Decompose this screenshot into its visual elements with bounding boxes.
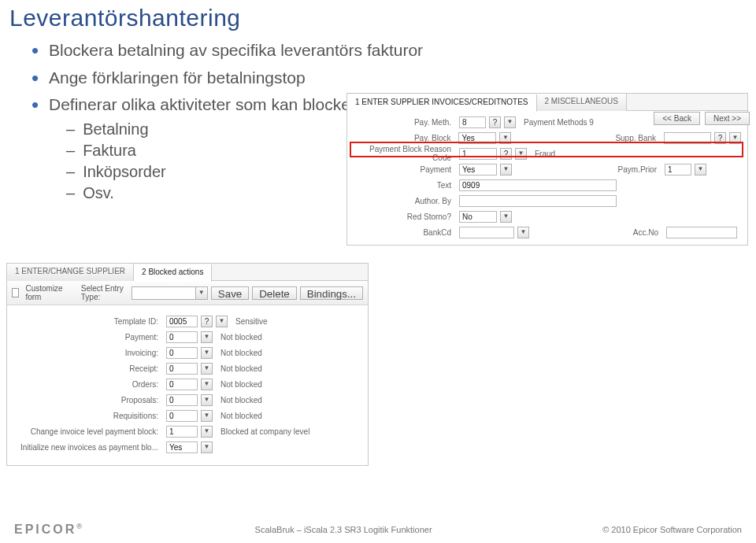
bankcd-label: BankCd (354, 228, 456, 237)
orders-field[interactable] (166, 379, 198, 390)
tab-enter-invoices[interactable]: 1 ENTER SUPPLIER INVOICES/CREDITNOTES (347, 94, 537, 112)
init-inv-field[interactable] (166, 441, 198, 453)
orders-desc: Not blocked (220, 380, 262, 389)
chevron-down-icon[interactable]: ▼ (201, 331, 213, 343)
chevron-down-icon[interactable]: ▼ (500, 211, 512, 223)
receipt-desc: Not blocked (220, 364, 262, 373)
pbrc-label: Payment Block Reason Code (354, 145, 456, 162)
pay-meth-field[interactable] (459, 116, 486, 128)
payment-field[interactable] (459, 164, 497, 175)
chevron-down-icon[interactable]: ▼ (517, 227, 529, 238)
epicor-logo: EPICOR® (14, 523, 84, 537)
help-icon[interactable]: ? (714, 132, 726, 144)
orders-label: Orders: (13, 380, 163, 389)
help-icon[interactable]: ? (500, 148, 512, 160)
page-title: Leverantörshantering (0, 0, 756, 35)
footer: EPICOR® ScalaBruk – iScala 2.3 SR3 Logit… (0, 519, 756, 543)
payment-desc: Not blocked (220, 333, 262, 342)
template-desc: Sensitive (235, 317, 268, 326)
chevron-down-icon[interactable]: ▼ (201, 426, 213, 438)
tab-enter-change-supplier[interactable]: 1 ENTER/CHANGE SUPPLIER (7, 264, 134, 281)
author-field[interactable] (459, 195, 617, 207)
pay-meth-desc: Payment Methods 9 (524, 118, 594, 127)
pbrc-desc: Fraud (535, 150, 555, 158)
chevron-down-icon[interactable]: ▼ (500, 164, 512, 175)
chevron-down-icon[interactable]: ▼ (201, 363, 213, 375)
next-button[interactable]: Next >> (705, 112, 750, 125)
proposals-field[interactable] (166, 394, 198, 406)
nav-buttons: << Back Next >> (654, 112, 750, 125)
pay-block-field[interactable] (458, 132, 496, 144)
change-inv-label: Change invoice level payment block: (13, 427, 163, 436)
chevron-down-icon[interactable]: ▼ (201, 394, 213, 406)
paym-prior-label: Paym.Prior (610, 165, 662, 174)
change-inv-desc: Blocked at company level (220, 427, 309, 436)
pay-meth-label: Pay. Meth. (354, 118, 456, 127)
invoicing-label: Invoicing: (13, 349, 163, 357)
select-entry-label: Select Entry Type: (81, 284, 128, 301)
payment-label: Payment: (13, 333, 163, 342)
customize-form-label: Customize form (25, 284, 66, 301)
help-icon[interactable]: ? (201, 316, 213, 327)
requisitions-field[interactable] (166, 410, 198, 422)
supplier-panel: 1 ENTER/CHANGE SUPPLIER 2 Blocked action… (6, 263, 369, 466)
proposals-label: Proposals: (13, 396, 163, 404)
chevron-down-icon[interactable]: ▼ (499, 132, 511, 144)
footer-right: © 2010 Epicor Software Corporation (602, 525, 742, 534)
chevron-down-icon[interactable]: ▼ (201, 379, 213, 390)
bullet-1: Blockera betalning av specifika leverant… (32, 38, 756, 64)
pbrc-field[interactable] (459, 148, 497, 160)
invoicing-field[interactable] (166, 347, 198, 359)
tab-miscellaneous[interactable]: 2 MISCELLANEOUS (537, 94, 627, 111)
invoicing-desc: Not blocked (220, 349, 262, 357)
chevron-down-icon[interactable]: ▼ (695, 164, 706, 175)
template-id-field[interactable] (166, 316, 198, 327)
bindings-button[interactable]: Bindings... (300, 286, 363, 300)
delete-button[interactable]: Delete (252, 286, 297, 300)
receipt-label: Receipt: (13, 364, 163, 373)
template-id-label: Template ID: (13, 317, 163, 326)
paym-prior-field[interactable] (665, 164, 691, 175)
chevron-down-icon[interactable]: ▼ (515, 148, 527, 160)
footer-center: ScalaBruk – iScala 2.3 SR3 Logitik Funkt… (255, 525, 432, 534)
accno-field[interactable] (666, 227, 737, 238)
pay-block-label: Pay. Block (354, 134, 455, 142)
change-inv-field[interactable] (166, 426, 198, 438)
init-inv-label: Initialize new invoices as payment blo..… (13, 443, 163, 452)
accno-label: Acc.No (611, 228, 663, 237)
supp-bank-label: Supp. Bank (609, 134, 661, 142)
tab-blocked-actions[interactable]: 2 Blocked actions (134, 264, 212, 282)
requisitions-label: Requisitions: (13, 412, 163, 420)
chevron-down-icon[interactable]: ▼ (201, 347, 213, 359)
chevron-down-icon[interactable]: ▼ (201, 441, 213, 453)
chevron-down-icon[interactable]: ▼ (201, 410, 213, 422)
customize-form-checkbox[interactable] (12, 288, 19, 297)
red-storno-field[interactable] (459, 211, 497, 223)
payment-label: Payment (354, 165, 456, 174)
save-button[interactable]: Save (211, 286, 249, 300)
back-button[interactable]: << Back (654, 112, 700, 125)
bankcd-field[interactable] (459, 227, 514, 238)
author-label: Author. By (354, 197, 456, 205)
proposals-desc: Not blocked (220, 396, 262, 404)
red-storno-label: Red Storno? (354, 212, 456, 221)
text-field[interactable] (459, 179, 617, 191)
select-entry-dropdown[interactable]: ▼ (132, 286, 208, 300)
requisitions-desc: Not blocked (220, 412, 262, 420)
text-label: Text (354, 181, 456, 190)
chevron-down-icon[interactable]: ▼ (216, 316, 228, 327)
chevron-down-icon[interactable]: ▼ (729, 132, 741, 144)
receipt-field[interactable] (166, 363, 198, 375)
help-icon[interactable]: ? (489, 116, 501, 128)
bullet-2: Ange förklaringen för betalningstop (32, 65, 756, 91)
chevron-down-icon[interactable]: ▼ (504, 116, 516, 128)
payment-field[interactable] (166, 331, 198, 343)
supp-bank-field[interactable] (664, 132, 711, 144)
